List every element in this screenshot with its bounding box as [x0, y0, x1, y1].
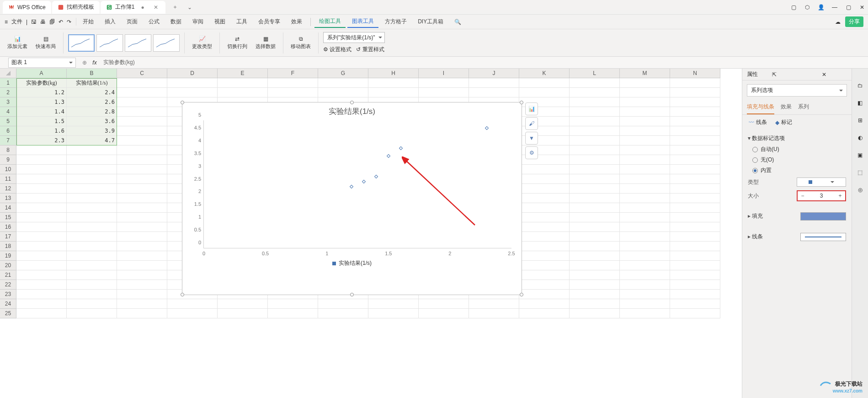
line-style-swatch[interactable] — [800, 233, 846, 241]
cell[interactable] — [218, 88, 268, 97]
row-header-21[interactable]: 21 — [0, 270, 16, 280]
cell[interactable] — [519, 242, 570, 251]
tab-find-template[interactable]: 找稻壳模板 — [52, 1, 100, 14]
cell[interactable]: 实验结果(1/s) — [67, 78, 117, 88]
cell[interactable] — [67, 203, 117, 213]
cell[interactable] — [670, 117, 720, 126]
quick-layout-button[interactable]: ▤快速布局 — [33, 36, 59, 50]
fx-icon[interactable]: fx — [90, 59, 100, 66]
menu-chart-tools[interactable]: 图表工具 — [347, 16, 378, 28]
cell[interactable] — [419, 309, 469, 318]
cell[interactable] — [620, 107, 670, 117]
cell[interactable] — [670, 184, 720, 194]
cell[interactable] — [519, 174, 570, 184]
cell[interactable] — [469, 299, 519, 309]
cell[interactable] — [117, 107, 167, 117]
cell[interactable] — [268, 88, 318, 97]
cell[interactable] — [519, 78, 570, 88]
cell[interactable] — [268, 309, 318, 318]
cell[interactable] — [570, 88, 620, 97]
cell[interactable] — [570, 299, 620, 309]
avatar-icon[interactable]: 👤 — [818, 4, 824, 11]
row-header-20[interactable]: 20 — [0, 261, 16, 270]
chart-handle-s[interactable] — [350, 293, 354, 296]
chart-title[interactable]: 实验结果(1/s) — [182, 102, 522, 120]
chart-legend[interactable]: 实验结果(1/s) — [182, 248, 522, 267]
menu-draw-tools[interactable]: 绘图工具 — [314, 16, 346, 28]
menu-ffgz[interactable]: 方方格子 — [380, 16, 411, 27]
cell[interactable] — [620, 309, 670, 318]
cell[interactable] — [419, 88, 469, 97]
right-tool-3-icon[interactable]: ⊞ — [858, 117, 863, 124]
cell[interactable] — [117, 184, 167, 194]
col-header-G[interactable]: G — [318, 69, 368, 78]
cell[interactable] — [117, 145, 167, 155]
col-header-F[interactable]: F — [268, 69, 318, 78]
cell[interactable] — [67, 194, 117, 203]
row-header-2[interactable]: 2 — [0, 88, 16, 97]
cell[interactable] — [670, 194, 720, 203]
spreadsheet[interactable]: ABCDEFGHIJKLMN 1234567891011121314151617… — [0, 69, 742, 398]
cell[interactable] — [519, 299, 570, 309]
reset-style-button[interactable]: ↺ 重置样式 — [356, 46, 384, 54]
right-tool-4-icon[interactable]: ◐ — [858, 134, 863, 141]
cell[interactable] — [620, 290, 670, 299]
cell[interactable] — [570, 145, 620, 155]
marker-type-dropdown[interactable] — [797, 177, 846, 187]
right-tool-7-icon[interactable]: ◎ — [858, 187, 863, 193]
cell[interactable] — [67, 251, 117, 261]
cell[interactable] — [67, 145, 117, 155]
cell[interactable] — [16, 203, 67, 213]
tab-wps-office[interactable]: WPS Office — [3, 1, 51, 14]
cell[interactable] — [519, 222, 570, 232]
cell[interactable] — [469, 78, 519, 88]
chart-point[interactable] — [485, 126, 489, 130]
cell[interactable] — [67, 261, 117, 270]
cell[interactable] — [16, 165, 67, 174]
row-header-15[interactable]: 15 — [0, 213, 16, 222]
cell[interactable] — [620, 78, 670, 88]
cell[interactable]: 1.2 — [16, 88, 67, 97]
cell[interactable] — [620, 126, 670, 136]
menu-review[interactable]: 审阅 — [188, 16, 208, 27]
save-icon[interactable]: 🖫 — [31, 19, 37, 25]
select-data-button[interactable]: ▦选择数据 — [253, 36, 278, 50]
cell[interactable] — [570, 174, 620, 184]
cell[interactable] — [519, 165, 570, 174]
row-header-11[interactable]: 11 — [0, 174, 16, 184]
print-preview-icon[interactable]: 🗐 — [49, 19, 55, 25]
menu-view[interactable]: 视图 — [210, 16, 230, 27]
row-header-6[interactable]: 6 — [0, 126, 16, 136]
size-value[interactable]: 3 — [808, 193, 835, 199]
chart-options-icon[interactable]: 📊 — [525, 102, 538, 115]
cell[interactable] — [117, 270, 167, 280]
cell[interactable] — [670, 136, 720, 145]
cell[interactable] — [117, 78, 167, 88]
cell[interactable] — [570, 97, 620, 107]
menu-effect[interactable]: 效果 — [287, 16, 307, 27]
cell[interactable] — [670, 290, 720, 299]
chart-handle-se[interactable] — [520, 293, 523, 296]
file-menu[interactable]: 文件 — [11, 18, 22, 26]
cell[interactable] — [570, 242, 620, 251]
cell[interactable] — [16, 280, 67, 290]
cell[interactable] — [670, 299, 720, 309]
row-header-1[interactable]: 1 — [0, 78, 16, 88]
search-icon[interactable]: 🔍 — [450, 17, 466, 27]
cell[interactable]: 4.7 — [67, 136, 117, 145]
col-header-J[interactable]: J — [469, 69, 519, 78]
cell[interactable] — [519, 213, 570, 222]
chart-settings-icon[interactable]: ⚙ — [525, 146, 538, 159]
cell[interactable] — [469, 309, 519, 318]
radio-auto[interactable]: 自动(U) — [748, 144, 846, 155]
chart-point[interactable] — [374, 175, 378, 178]
window-icon-1[interactable]: ▢ — [790, 4, 797, 11]
row-header-18[interactable]: 18 — [0, 242, 16, 251]
cell[interactable] — [519, 251, 570, 261]
cell[interactable] — [670, 165, 720, 174]
cell[interactable] — [670, 280, 720, 290]
marker-options-header[interactable]: ▾ 数据标记选项 — [748, 133, 846, 144]
series-options-dropdown[interactable]: 系列选项 — [747, 84, 847, 97]
cell[interactable] — [620, 232, 670, 242]
cell[interactable] — [620, 184, 670, 194]
